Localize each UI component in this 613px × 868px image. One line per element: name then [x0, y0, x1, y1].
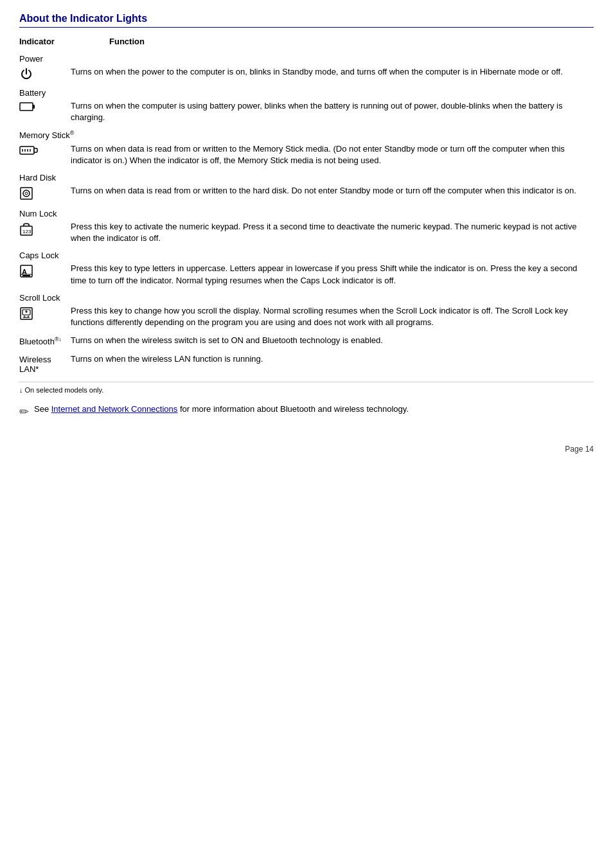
- section-memory-stick-label: Memory Stick®: [19, 130, 594, 140]
- svg-rect-1: [33, 105, 35, 109]
- caps-lock-description: Press this key to type letters in upperc…: [71, 263, 594, 286]
- svg-rect-3: [34, 148, 37, 152]
- page-title: About the Indicator Lights: [19, 13, 594, 28]
- row-num-lock: 123 Press this key to activate the numer…: [19, 221, 594, 244]
- col-indicator-header: Indicator: [19, 37, 71, 46]
- caps-lock-icon: A: [19, 264, 33, 280]
- row-hard-disk: Turns on when data is read from or writt…: [19, 185, 594, 202]
- row-wireless-lan: Wireless LAN* Turns on when the wireless…: [19, 353, 594, 374]
- num-lock-icon-cell: 123: [19, 221, 71, 238]
- bluetooth-label: Bluetooth®↓: [19, 336, 62, 346]
- row-bluetooth: Bluetooth®↓ Turns on when the wireless s…: [19, 335, 594, 346]
- battery-description: Turns on when the computer is using batt…: [71, 100, 594, 123]
- scroll-lock-icon-cell: [19, 305, 71, 323]
- section-power-label: Power: [19, 54, 594, 64]
- memory-stick-icon-cell: [19, 143, 71, 158]
- svg-point-10: [25, 192, 28, 195]
- caps-lock-icon-cell: A: [19, 263, 71, 280]
- row-power: Turns on when the power to the computer …: [19, 66, 594, 82]
- power-icon-cell: [19, 66, 71, 82]
- col-function-header: Function: [109, 37, 145, 46]
- svg-rect-0: [20, 103, 33, 111]
- note-link[interactable]: Internet and Network Connections: [51, 404, 178, 414]
- scroll-lock-description: Press this key to change how you scroll …: [71, 305, 594, 328]
- section-battery-label: Battery: [19, 88, 594, 98]
- hard-disk-description: Turns on when data is read from or writt…: [71, 185, 594, 197]
- row-caps-lock: A Press this key to type letters in uppe…: [19, 263, 594, 286]
- memory-stick-description: Turns on when data is read from or writt…: [71, 143, 594, 166]
- section-num-lock-label: Num Lock: [19, 209, 594, 218]
- wireless-lan-label-cell: Wireless LAN*: [19, 353, 71, 374]
- hard-disk-icon-cell: [19, 185, 71, 202]
- num-lock-description: Press this key to activate the numeric k…: [71, 221, 594, 244]
- section-num-lock: Num Lock 123 Press this key to activate …: [19, 209, 594, 244]
- hard-disk-icon: [19, 186, 33, 202]
- section-wireless-lan: Wireless LAN* Turns on when the wireless…: [19, 353, 594, 374]
- row-battery: Turns on when the computer is using batt…: [19, 100, 594, 123]
- table-header: Indicator Function: [19, 37, 594, 46]
- memory-stick-icon: [19, 145, 39, 158]
- note-text: See Internet and Network Connections for…: [34, 404, 409, 414]
- svg-text:123: 123: [22, 229, 31, 235]
- section-battery: Battery Turns on when the computer is us…: [19, 88, 594, 123]
- battery-icon: [19, 102, 36, 114]
- power-description: Turns on when the power to the computer …: [71, 66, 594, 78]
- power-icon: [19, 67, 33, 82]
- note-block: ✏ See Internet and Network Connections f…: [19, 404, 594, 419]
- section-caps-lock: Caps Lock A Press this key to type lette…: [19, 251, 594, 286]
- section-scroll-lock-label: Scroll Lock: [19, 293, 594, 303]
- note-icon: ✏: [19, 405, 29, 419]
- bluetooth-label-cell: Bluetooth®↓: [19, 335, 71, 346]
- bluetooth-description: Turns on when the wireless switch is set…: [71, 335, 594, 346]
- note-text-before: See: [34, 404, 51, 414]
- row-scroll-lock: Press this key to change how you scroll …: [19, 305, 594, 328]
- page-number: Page 14: [19, 445, 594, 454]
- section-memory-stick: Memory Stick® Turns on when data is read…: [19, 130, 594, 166]
- battery-icon-cell: [19, 100, 71, 114]
- section-caps-lock-label: Caps Lock: [19, 251, 594, 260]
- section-power: Power Turns on when the power to the com…: [19, 54, 594, 82]
- footnote: ↓ On selected models only.: [19, 382, 594, 394]
- svg-point-9: [23, 190, 30, 197]
- num-lock-icon: 123: [19, 222, 33, 238]
- section-scroll-lock: Scroll Lock Press this key to change how…: [19, 293, 594, 328]
- section-hard-disk-label: Hard Disk: [19, 173, 594, 182]
- section-hard-disk: Hard Disk Turns on when data is read fro…: [19, 173, 594, 202]
- note-text-after: for more information about Bluetooth and…: [177, 404, 409, 414]
- svg-rect-16: [22, 275, 30, 276]
- scroll-lock-icon: [19, 306, 33, 323]
- row-memory-stick: Turns on when data is read from or writt…: [19, 143, 594, 166]
- section-bluetooth: Bluetooth®↓ Turns on when the wireless s…: [19, 335, 594, 346]
- wireless-lan-description: Turns on when the wireless LAN function …: [71, 353, 594, 365]
- svg-rect-8: [21, 188, 32, 199]
- wireless-lan-label: Wireless LAN*: [19, 355, 71, 374]
